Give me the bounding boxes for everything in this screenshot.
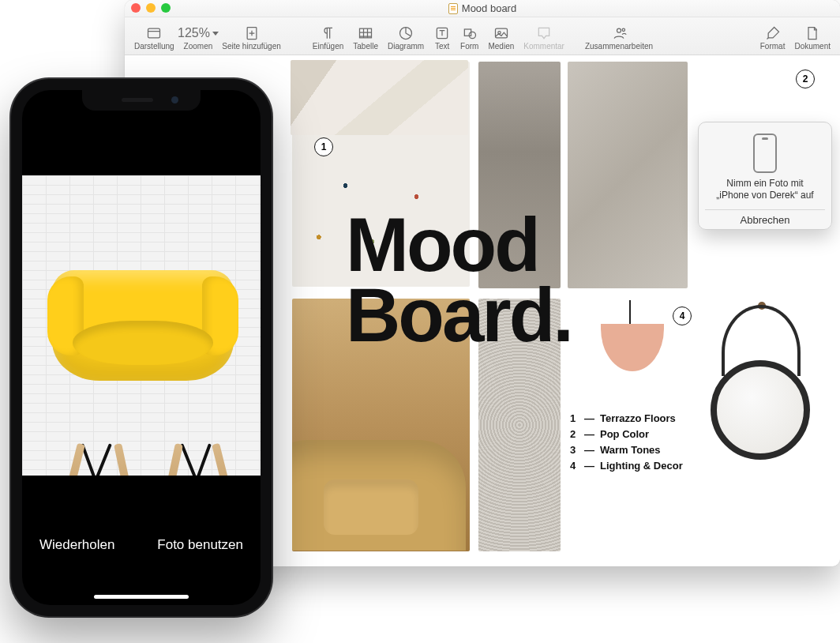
photo-sofa[interactable] — [292, 393, 470, 551]
media-button[interactable]: Medien — [483, 23, 519, 53]
popover-message: Nimm ein Foto mit „iPhone von Derek“ auf — [705, 178, 825, 201]
minimize-icon[interactable] — [146, 3, 156, 13]
camera-bottom-bar: Wiederholen Foto benutzen — [22, 479, 261, 605]
legend-row: 1—Terrazzo Floors — [570, 411, 683, 427]
toolbar: Darstellung 125% Zoomen Seite hinzufügen… — [125, 17, 840, 55]
media-icon — [493, 24, 510, 42]
collab-icon — [610, 24, 628, 42]
add-page-icon — [243, 24, 261, 42]
home-indicator[interactable] — [94, 595, 189, 599]
legend-list: 1—Terrazzo Floors 2—Pop Color 3—Warm Ton… — [570, 411, 683, 474]
legend-row: 4—Lighting & Decor — [570, 458, 683, 474]
svg-point-6 — [469, 32, 475, 38]
close-icon[interactable] — [131, 3, 141, 13]
insert-button[interactable]: Einfügen — [308, 23, 348, 53]
marker-1[interactable]: 1 — [314, 137, 333, 156]
use-photo-button[interactable]: Foto benutzen — [157, 537, 243, 553]
legend-row: 2—Pop Color — [570, 427, 683, 442]
comment-icon — [535, 24, 553, 42]
document-icon — [804, 24, 821, 42]
svg-point-9 — [617, 28, 621, 32]
collab-button[interactable]: Zusammenarbeiten — [580, 23, 658, 53]
continuity-camera-popover: Nimm ein Foto mit „iPhone von Derek“ auf… — [698, 122, 832, 230]
marker-4[interactable]: 4 — [673, 306, 692, 325]
text-icon — [433, 24, 451, 42]
document-heading[interactable]: Mood Board. — [346, 209, 572, 351]
camera-preview[interactable] — [22, 175, 261, 476]
heading-line-2: Board. — [346, 280, 572, 350]
zoom-button[interactable]: 125% Zoomen — [179, 23, 218, 53]
iphone-screen: Wiederholen Foto benutzen — [22, 90, 261, 605]
format-button[interactable]: Format — [756, 23, 790, 53]
table-icon — [357, 24, 374, 42]
marker-2[interactable]: 2 — [796, 70, 815, 88]
retake-button[interactable]: Wiederholen — [39, 537, 114, 553]
shape-icon — [461, 24, 478, 42]
paragraph-icon — [320, 24, 337, 42]
iphone-notch — [82, 90, 201, 111]
add-page-button[interactable]: Seite hinzufügen — [217, 23, 286, 53]
window-title-text: Mood board — [462, 2, 516, 14]
illustration-hanging-mirror — [704, 300, 819, 482]
fullscreen-icon[interactable] — [161, 3, 171, 13]
table-button[interactable]: Tabelle — [348, 23, 383, 53]
photo-marble-slab[interactable] — [291, 60, 468, 135]
svg-rect-0 — [148, 28, 160, 38]
pie-chart-icon — [397, 24, 414, 42]
shape-button[interactable]: Form — [456, 23, 483, 53]
document-file-icon — [448, 3, 458, 14]
photo-yellow-chair — [38, 231, 251, 476]
illustration-pendant-lamp — [579, 300, 681, 403]
comment-button: Kommentar — [519, 23, 569, 53]
window-title: Mood board — [448, 2, 516, 14]
titlebar: Mood board — [125, 0, 840, 17]
chart-button[interactable]: Diagramm — [383, 23, 429, 53]
traffic-lights — [131, 3, 171, 13]
phone-outline-icon — [753, 133, 777, 173]
popover-cancel-button[interactable]: Abbrechen — [705, 209, 825, 226]
heading-line-1: Mood — [346, 209, 572, 280]
view-icon — [145, 24, 163, 42]
svg-point-10 — [622, 28, 624, 31]
photo-concrete-light[interactable] — [568, 62, 688, 288]
view-button[interactable]: Darstellung — [129, 23, 179, 53]
document-button[interactable]: Dokument — [789, 23, 835, 53]
zoom-value: 125% — [189, 24, 207, 42]
text-button[interactable]: Text — [429, 23, 456, 53]
legend-row: 3—Warm Tones — [570, 442, 683, 458]
brush-icon — [764, 24, 782, 42]
iphone-device: Wiederholen Foto benutzen — [11, 79, 272, 616]
